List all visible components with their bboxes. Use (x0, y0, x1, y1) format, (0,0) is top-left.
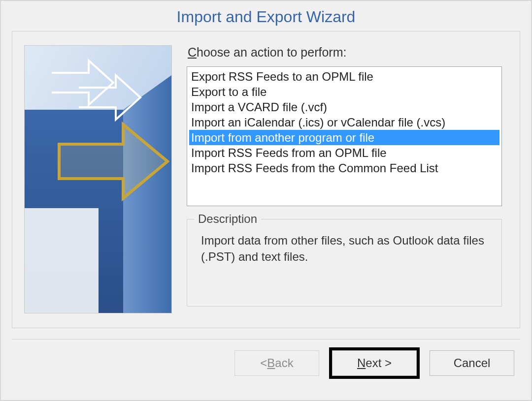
button-row: < Back Next > Cancel (1, 339, 531, 376)
action-prompt: Choose an action to perform: (188, 45, 502, 60)
cancel-button[interactable]: Cancel (430, 350, 514, 376)
wizard-illustration (24, 45, 172, 313)
action-option[interactable]: Export RSS Feeds to an OPML file (189, 69, 499, 84)
action-listbox[interactable]: Export RSS Feeds to an OPML fileExport t… (187, 66, 502, 206)
action-option[interactable]: Import a VCARD file (.vcf) (189, 99, 499, 115)
description-label: Description (194, 212, 261, 226)
action-option[interactable]: Import RSS Feeds from an OPML file (189, 145, 499, 160)
action-option[interactable]: Import from another program or file (189, 130, 499, 145)
wizard-dialog: Import and Export Wizard (0, 0, 532, 401)
dialog-title: Import and Export Wizard (1, 1, 531, 31)
description-text: Import data from other files, such as Ou… (201, 232, 491, 265)
action-option[interactable]: Export to a file (189, 84, 499, 99)
action-option[interactable]: Import RSS Feeds from the Common Feed Li… (189, 160, 499, 176)
action-option[interactable]: Import an iCalendar (.ics) or vCalendar … (189, 115, 499, 130)
svg-marker-3 (25, 208, 99, 313)
description-group: Description Import data from other files… (187, 219, 502, 307)
next-button[interactable]: Next > (332, 350, 417, 376)
back-button: < Back (234, 350, 319, 376)
content-panel: Choose an action to perform: Export RSS … (12, 31, 520, 328)
